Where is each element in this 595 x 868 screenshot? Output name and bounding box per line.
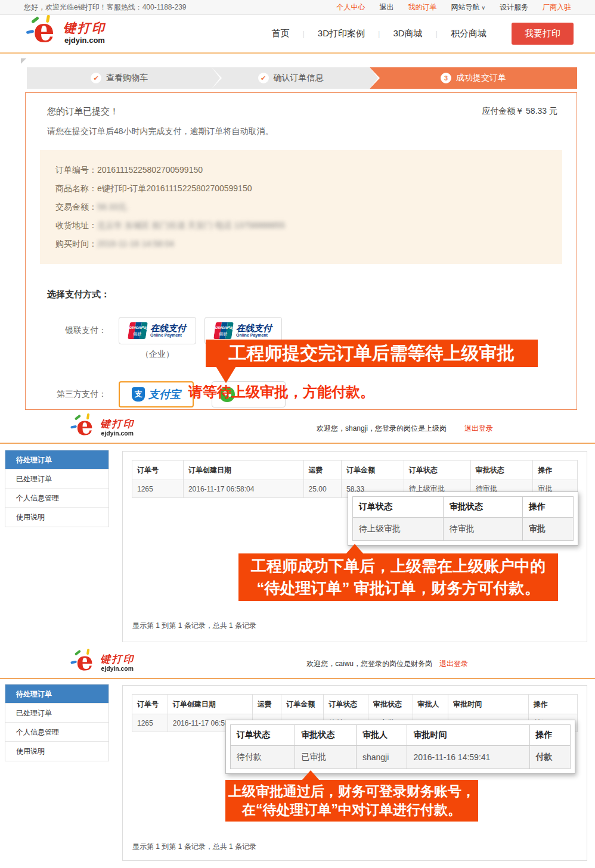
sidebar: 待处理订单 已处理订单 个人信息管理 使用说明 bbox=[5, 450, 109, 527]
col-action: 操作 bbox=[529, 725, 570, 746]
col-order-no: 订单号 bbox=[132, 695, 168, 714]
amount-due-text: 应付金额￥ 58.33 元 bbox=[482, 106, 557, 117]
product-name-label: 商品名称： bbox=[55, 179, 97, 198]
topbar-link-design-service[interactable]: 设计服务 bbox=[500, 2, 528, 13]
step-submit-success: 3 成功提交订单 bbox=[370, 67, 577, 89]
cell-approval-time: 2016-11-16 14:59:41 bbox=[407, 746, 529, 769]
check-icon: ✔ bbox=[258, 73, 269, 83]
approval-wait-note: 请等待上级审批，方能付款。 bbox=[188, 382, 374, 402]
topbar-link-user-center[interactable]: 个人中心 bbox=[336, 2, 365, 13]
nav-3d-cases[interactable]: 3D打印案例 bbox=[318, 28, 365, 39]
amount-label: 交易金额： bbox=[55, 198, 97, 216]
step-view-cart[interactable]: ✔ 查看购物车 bbox=[27, 67, 212, 89]
col-order-status: 订单状态 bbox=[231, 725, 295, 746]
alipay-text: 支付宝 bbox=[148, 387, 181, 402]
sidebar: 待处理订单 已处理订单 个人信息管理 使用说明 bbox=[5, 684, 109, 761]
col-approval-time: 审批时间 bbox=[448, 695, 528, 714]
table-header-row: 订单号 订单创建日期 运费 订单金额 订单状态 审批状态 操作 bbox=[132, 461, 578, 480]
finance-instruction-banner: 上级审批通过后，财务可登录财务账号， 在“待处理订单”中对订单进行付款。 bbox=[225, 780, 478, 822]
sidebar-item-profile[interactable]: 个人信息管理 bbox=[5, 489, 109, 508]
print-now-button[interactable]: 我要打印 bbox=[512, 23, 574, 45]
banner-line-2: “待处理订单” 审批订单，财务方可付款。 bbox=[238, 577, 558, 599]
logo-e-icon: e bbox=[76, 409, 94, 441]
supervisor-instruction-banner: 工程师成功下单后，上级需在上级账户中的 “待处理订单” 审批订单，财务方可付款。 bbox=[238, 553, 558, 601]
topbar-link-my-orders[interactable]: 我的订单 bbox=[408, 2, 436, 13]
amount-value-blurred: 58.33元. bbox=[97, 198, 129, 216]
zoom-callout-card: 订单状态 审批状态 审批人 审批时间 操作 待付款 已审批 shangji 20… bbox=[225, 720, 575, 774]
banner-line-2: 在“待处理订单”中对订单进行付款。 bbox=[225, 801, 478, 819]
col-approval-time: 审批时间 bbox=[407, 725, 529, 746]
col-approver: 审批人 bbox=[356, 725, 407, 746]
logo-e-icon: e bbox=[76, 645, 94, 676]
col-order-status: 订单状态 bbox=[404, 461, 470, 480]
cell-approval-status: 待审批 bbox=[443, 518, 522, 541]
unionpay-company-caption: （企业） bbox=[119, 349, 196, 360]
nav-divider: | bbox=[302, 29, 304, 38]
topbar-link-site-nav[interactable]: 网站导航∨ bbox=[451, 2, 485, 13]
site-logo[interactable]: e 键打印 ejdyin.com bbox=[67, 415, 143, 442]
col-created-date: 订单创建日期 bbox=[168, 695, 252, 714]
checkout-steps: ✔ 查看购物车 ✔ 确认订单信息 3 成功提交订单 bbox=[27, 67, 577, 89]
logout-link[interactable]: 退出登录 bbox=[464, 424, 493, 434]
topbar-link-logout[interactable]: 退出 bbox=[379, 2, 393, 13]
alipay-shield-icon: 支 bbox=[132, 387, 145, 402]
site-logo[interactable]: e 键打印 ejdyin.com bbox=[21, 17, 117, 51]
col-order-status: 订单状态 bbox=[324, 695, 368, 714]
unionpay-logo-icon: UnionPay 银联 bbox=[213, 322, 234, 339]
purchase-time-value-blurred: 2016-11-16 14:58:04 bbox=[97, 235, 174, 253]
step-3-badge: 3 bbox=[441, 73, 451, 83]
unionpay-label: 银联支付： bbox=[40, 325, 107, 336]
topbar-links: 个人中心 退出 我的订单 网站导航∨ 设计服务 厂商入驻 bbox=[336, 2, 571, 13]
logo-domain-text: ejdyin.com bbox=[101, 665, 134, 673]
zoom-status-table: 订单状态 审批状态 操作 待上级审批 待审批 审批 bbox=[352, 496, 574, 541]
nav-3d-mall[interactable]: 3D商城 bbox=[393, 28, 422, 39]
cell-order-status: 待上级审批 bbox=[353, 518, 444, 541]
step-confirm-order[interactable]: ✔ 确认订单信息 bbox=[212, 67, 370, 89]
step-label: 查看购物车 bbox=[106, 73, 148, 83]
topbar-link-vendor-join[interactable]: 厂商入驻 bbox=[543, 2, 571, 13]
banner-line-1: 上级审批通过后，财务可登录财务账号， bbox=[225, 782, 478, 801]
payment-method-title: 选择支付方式： bbox=[40, 289, 562, 300]
approve-link[interactable]: 审批 bbox=[522, 518, 573, 541]
step-chevron-icon bbox=[212, 67, 220, 89]
table-header-row: 订单号 订单创建日期 运费 订单金额 订单状态 审批状态 审批人 审批时间 操作 bbox=[132, 695, 578, 714]
sidebar-item-help[interactable]: 使用说明 bbox=[5, 742, 109, 761]
sidebar-item-profile[interactable]: 个人信息管理 bbox=[5, 723, 109, 742]
col-action: 操作 bbox=[522, 497, 573, 518]
sidebar-item-help[interactable]: 使用说明 bbox=[5, 508, 109, 527]
banner-pointer-down-icon bbox=[216, 366, 236, 383]
nav-points-mall[interactable]: 积分商城 bbox=[451, 28, 486, 39]
page: 您好，欢迎光临e键打印！客服热线：400-1188-239 个人中心 退出 我的… bbox=[0, 0, 595, 868]
sidebar-item-processed-orders[interactable]: 已处理订单 bbox=[5, 469, 109, 489]
supervisor-header: e 键打印 ejdyin.com 欢迎您，shangji，您登录的岗位是上级岗 … bbox=[0, 414, 595, 444]
logout-link[interactable]: 退出登录 bbox=[439, 659, 468, 669]
banner-pointer-up-icon bbox=[302, 770, 320, 780]
col-approval-status: 审批状态 bbox=[368, 695, 413, 714]
unionpay-online-pay-text: 在线支付 bbox=[236, 323, 272, 334]
logo-brand-text: 键打印 bbox=[100, 652, 135, 665]
sidebar-item-pending-orders[interactable]: 待处理订单 bbox=[5, 685, 109, 704]
unionpay-online-payment-text: Online Payment bbox=[150, 333, 186, 338]
pay-link[interactable]: 付款 bbox=[529, 746, 570, 769]
sidebar-item-processed-orders[interactable]: 已处理订单 bbox=[5, 704, 109, 723]
cell-approver: shangji bbox=[356, 746, 407, 769]
site-logo[interactable]: e 键打印 ejdyin.com bbox=[67, 651, 143, 677]
address-value-blurred: 北京市 东城区 前门街道 天安门 电话 13758888855 bbox=[97, 216, 285, 235]
cell-order-no: 1265 bbox=[132, 480, 184, 498]
payment-deadline-text: 请您在提交订单后48小时内完成支付，逾期订单将自动取消。 bbox=[40, 126, 562, 137]
col-created-date: 订单创建日期 bbox=[183, 461, 303, 480]
sidebar-item-pending-orders[interactable]: 待处理订单 bbox=[5, 450, 109, 469]
chevron-down-icon: ∨ bbox=[481, 5, 485, 11]
unionpay-company-button[interactable]: UnionPay 银联 在线支付 Online Payment bbox=[119, 317, 196, 344]
col-action: 操作 bbox=[533, 461, 578, 480]
logo-e-icon: e bbox=[33, 10, 55, 49]
nav-home[interactable]: 首页 bbox=[271, 28, 289, 39]
unionpay-online-payment-text: Online Payment bbox=[236, 333, 272, 338]
cell-created-date: 2016-11-17 06:58:04 bbox=[183, 480, 303, 498]
alipay-button[interactable]: 支 支付宝 bbox=[119, 381, 194, 407]
finance-header: e 键打印 ejdyin.com 欢迎您，caiwu，您登录的岗位是财务岗 退出… bbox=[0, 649, 595, 679]
thirdparty-label: 第三方支付： bbox=[40, 389, 107, 400]
approval-wait-banner: 工程师提交完订单后需等待上级审批 bbox=[206, 340, 538, 367]
step-label: 确认订单信息 bbox=[274, 73, 324, 83]
order-submitted-text: 您的订单已提交！ bbox=[47, 106, 119, 117]
